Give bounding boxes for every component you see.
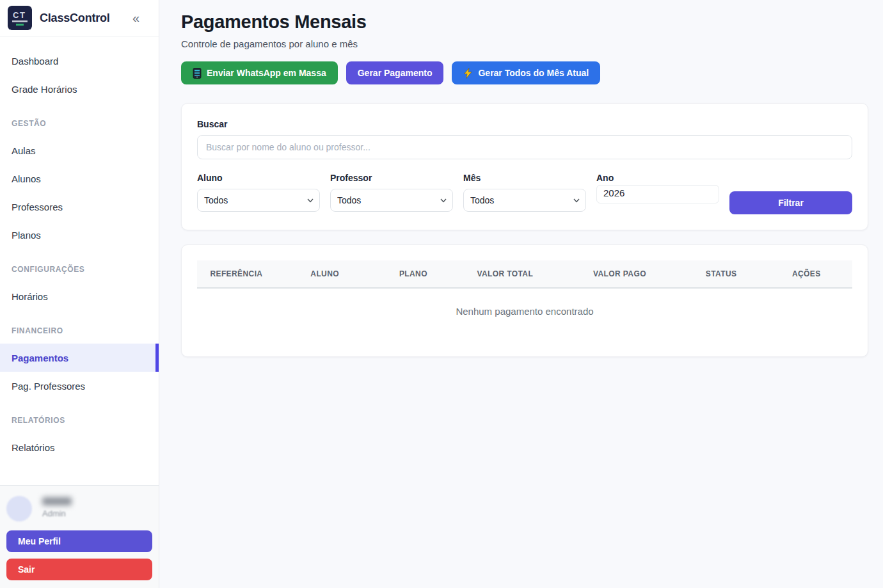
filter-group-ano: Ano [596, 173, 719, 203]
search-input[interactable] [197, 135, 852, 159]
brand-header: C T ClassControl « [0, 0, 159, 36]
sidebar-item-pagamentos[interactable]: Pagamentos [0, 344, 159, 372]
sidebar-section-financeiro: FINANCEIRO [0, 318, 159, 344]
column-header-aluno: ALUNO [276, 260, 374, 288]
sidebar-item-alunos[interactable]: Alunos [0, 164, 159, 193]
sidebar-section-relatorios: RELATÓRIOS [0, 408, 159, 433]
filter-group-aluno: Aluno Todos [197, 173, 320, 212]
generate-all-current-month-label: Gerar Todos do Mês Atual [478, 68, 589, 78]
app-logo-icon: C T [8, 6, 32, 30]
spacer [729, 173, 852, 191]
filter-card: Buscar Aluno Todos Professor Tod [181, 103, 868, 230]
user-panel: Admin Meu Perfil Sair [0, 485, 159, 588]
sidebar-item-relatorios[interactable]: Relatórios [0, 433, 159, 461]
sidebar-item-planos[interactable]: Planos [0, 221, 159, 249]
professor-label: Professor [330, 173, 453, 183]
sidebar-item-aulas[interactable]: Aulas [0, 136, 159, 164]
avatar [6, 496, 32, 521]
user-name-redacted [42, 497, 72, 505]
my-profile-button[interactable]: Meu Perfil [6, 530, 152, 552]
app-title: ClassControl [40, 12, 130, 25]
mes-select[interactable]: Todos [463, 189, 586, 212]
generate-payment-label: Gerar Pagamento [358, 68, 433, 78]
column-header-plano: PLANO [374, 260, 452, 288]
column-header-referencia: REFERÊNCIA [197, 260, 276, 288]
payments-table-card: REFERÊNCIA ALUNO PLANO VALOR TOTAL VALOR… [181, 244, 868, 357]
sidebar: C T ClassControl « Dashboard Grade Horár… [0, 0, 159, 588]
filter-row: Aluno Todos Professor Todos [197, 173, 852, 214]
professor-select[interactable]: Todos [330, 189, 453, 212]
search-label: Buscar [197, 119, 852, 129]
user-role: Admin [42, 509, 72, 518]
empty-state-message: Nenhum pagamento encontrado [197, 288, 852, 341]
sidebar-item-dashboard[interactable]: Dashboard [0, 47, 159, 75]
main-content: Pagamentos Mensais Controle de pagamento… [159, 0, 883, 370]
sidebar-collapse-button[interactable]: « [130, 10, 142, 26]
filter-group-mes: Mês Todos [463, 173, 586, 212]
user-meta: Admin [42, 496, 72, 518]
user-info: Admin [6, 496, 152, 521]
sidebar-item-professores[interactable]: Professores [0, 193, 159, 221]
sidebar-nav: Dashboard Grade Horários GESTÃO Aulas Al… [0, 36, 159, 485]
filter-group-submit: Filtrar [729, 173, 852, 214]
sidebar-item-grade-horarios[interactable]: Grade Horários [0, 75, 159, 103]
column-header-valor-total: VALOR TOTAL [452, 260, 557, 288]
sidebar-item-pag-professores[interactable]: Pag. Professores [0, 372, 159, 400]
generate-payment-button[interactable]: Gerar Pagamento [346, 61, 444, 84]
ano-label: Ano [596, 173, 719, 183]
column-header-valor-pago: VALOR PAGO [557, 260, 682, 288]
table-header-row: REFERÊNCIA ALUNO PLANO VALOR TOTAL VALOR… [197, 260, 852, 288]
column-header-status: STATUS [682, 260, 761, 288]
aluno-label: Aluno [197, 173, 320, 183]
logout-button[interactable]: Sair [6, 559, 152, 580]
mobile-phone-icon [193, 68, 202, 79]
column-header-acoes: AÇÕES [761, 260, 852, 288]
sidebar-section-gestao: GESTÃO [0, 111, 159, 136]
send-whatsapp-bulk-label: Enviar WhatsApp em Massa [207, 68, 326, 78]
page-subtitle: Controle de pagamentos por aluno e mês [181, 38, 868, 49]
sidebar-section-configuracoes: CONFIGURAÇÕES [0, 257, 159, 282]
svg-text:T: T [20, 10, 25, 20]
lightning-icon [463, 68, 473, 79]
send-whatsapp-bulk-button[interactable]: Enviar WhatsApp em Massa [181, 61, 338, 84]
payments-table: REFERÊNCIA ALUNO PLANO VALOR TOTAL VALOR… [197, 260, 852, 341]
aluno-select[interactable]: Todos [197, 189, 320, 212]
filter-button[interactable]: Filtrar [729, 191, 852, 214]
empty-state-row: Nenhum pagamento encontrado [197, 288, 852, 341]
mes-label: Mês [463, 173, 586, 183]
generate-all-current-month-button[interactable]: Gerar Todos do Mês Atual [452, 61, 600, 84]
svg-text:C: C [13, 10, 19, 20]
ano-input[interactable] [596, 185, 719, 203]
page-title: Pagamentos Mensais [181, 12, 868, 33]
filter-group-professor: Professor Todos [330, 173, 453, 212]
actions-row: Enviar WhatsApp em Massa Gerar Pagamento… [181, 61, 868, 84]
sidebar-item-horarios[interactable]: Horários [0, 282, 159, 310]
